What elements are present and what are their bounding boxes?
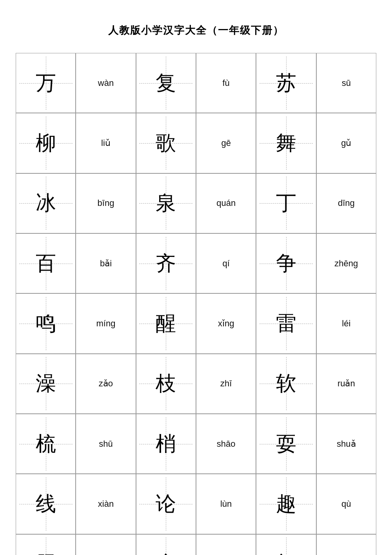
- pinyin-cell-r2-c1: quán: [196, 173, 256, 233]
- pinyin-cell-r4-c0: míng: [76, 293, 136, 353]
- pinyin-cell-r3-c1: qí: [196, 233, 256, 293]
- char-cell-r7-c2: 趣: [256, 474, 316, 534]
- character-grid: 万wàn复fù苏sū柳liǔ歌gē舞gǔ冰bīng泉quán丁dīng百bǎi齐…: [16, 53, 376, 555]
- char-cell-r1-c0: 柳: [16, 113, 76, 173]
- char-text-r1-c0: 柳: [36, 133, 56, 153]
- pinyin-text-r7-c1: lùn: [220, 499, 232, 509]
- char-cell-r8-c1: 底: [136, 534, 196, 555]
- char-cell-r7-c1: 论: [136, 474, 196, 534]
- pinyin-cell-r3-c0: bǎi: [76, 233, 136, 293]
- pinyin-cell-r0-c2: sū: [316, 53, 376, 113]
- pinyin-text-r5-c2: ruǎn: [338, 378, 355, 389]
- pinyin-cell-r0-c1: fù: [196, 53, 256, 113]
- pinyin-cell-r7-c2: qù: [316, 474, 376, 534]
- pinyin-text-r2-c0: bīng: [98, 198, 114, 208]
- pinyin-text-r3-c1: qí: [222, 258, 229, 269]
- char-text-r3-c0: 百: [36, 253, 56, 274]
- pinyin-text-r6-c0: shū: [99, 439, 113, 449]
- char-text-r5-c0: 澡: [36, 373, 56, 394]
- pinyin-cell-r4-c2: léi: [316, 293, 376, 353]
- pinyin-text-r7-c2: qù: [341, 499, 351, 509]
- pinyin-cell-r5-c0: zǎo: [76, 354, 136, 414]
- pinyin-text-r0-c2: sū: [342, 78, 351, 88]
- pinyin-text-r2-c1: quán: [216, 198, 236, 208]
- char-cell-r0-c2: 苏: [256, 53, 316, 113]
- pinyin-text-r0-c0: wàn: [98, 78, 114, 88]
- char-cell-r8-c2: 颜: [256, 534, 316, 555]
- char-cell-r3-c1: 齐: [136, 233, 196, 293]
- pinyin-text-r5-c1: zhī: [220, 378, 232, 389]
- char-text-r7-c0: 线: [36, 494, 56, 514]
- pinyin-cell-r6-c0: shū: [76, 414, 136, 474]
- pinyin-text-r6-c1: shāo: [217, 439, 236, 449]
- pinyin-cell-r2-c0: bīng: [76, 173, 136, 233]
- char-text-r4-c2: 雷: [276, 313, 296, 334]
- char-cell-r3-c2: 争: [256, 233, 316, 293]
- pinyin-cell-r7-c1: lùn: [196, 474, 256, 534]
- pinyin-cell-r2-c2: dīng: [316, 173, 376, 233]
- char-text-r0-c1: 复: [156, 73, 176, 93]
- char-text-r1-c1: 歌: [156, 133, 176, 153]
- char-cell-r5-c2: 软: [256, 354, 316, 414]
- char-cell-r6-c1: 梢: [136, 414, 196, 474]
- pinyin-text-r4-c0: míng: [96, 318, 116, 329]
- char-cell-r0-c0: 万: [16, 53, 76, 113]
- char-cell-r5-c0: 澡: [16, 354, 76, 414]
- char-cell-r2-c0: 冰: [16, 173, 76, 233]
- char-cell-r4-c1: 醒: [136, 293, 196, 353]
- pinyin-text-r2-c2: dīng: [338, 198, 355, 208]
- char-text-r0-c2: 苏: [276, 73, 296, 93]
- pinyin-cell-r1-c1: gē: [196, 113, 256, 173]
- char-cell-r4-c2: 雷: [256, 293, 316, 353]
- pinyin-text-r1-c1: gē: [221, 138, 230, 148]
- char-text-r2-c2: 丁: [276, 193, 296, 213]
- char-text-r6-c1: 梢: [156, 434, 176, 454]
- pinyin-text-r4-c1: xǐng: [218, 318, 234, 329]
- char-cell-r6-c2: 耍: [256, 414, 316, 474]
- char-text-r2-c1: 泉: [156, 193, 176, 213]
- char-text-r3-c2: 争: [276, 253, 296, 274]
- char-cell-r6-c0: 梳: [16, 414, 76, 474]
- char-text-r6-c0: 梳: [36, 434, 56, 454]
- pinyin-cell-r0-c0: wàn: [76, 53, 136, 113]
- pinyin-cell-r8-c1: dǐ: [196, 534, 256, 555]
- char-cell-r0-c1: 复: [136, 53, 196, 113]
- char-text-r3-c1: 齐: [156, 253, 176, 274]
- char-cell-r2-c2: 丁: [256, 173, 316, 233]
- pinyin-cell-r8-c0: tí: [76, 534, 136, 555]
- pinyin-cell-r4-c1: xǐng: [196, 293, 256, 353]
- char-cell-r1-c2: 舞: [256, 113, 316, 173]
- pinyin-text-r3-c0: bǎi: [100, 258, 112, 269]
- char-cell-r5-c1: 枝: [136, 354, 196, 414]
- char-text-r7-c1: 论: [156, 494, 176, 514]
- char-text-r5-c1: 枝: [156, 373, 176, 394]
- char-text-r0-c0: 万: [36, 73, 56, 93]
- pinyin-text-r7-c0: xiàn: [98, 499, 114, 509]
- char-cell-r4-c0: 鸣: [16, 293, 76, 353]
- char-cell-r2-c1: 泉: [136, 173, 196, 233]
- char-cell-r8-c0: 题: [16, 534, 76, 555]
- pinyin-cell-r7-c0: xiàn: [76, 474, 136, 534]
- char-text-r2-c0: 冰: [36, 193, 56, 213]
- page-title: 人教版小学汉字大全（一年级下册）: [108, 24, 284, 37]
- pinyin-cell-r5-c2: ruǎn: [316, 354, 376, 414]
- char-cell-r7-c0: 线: [16, 474, 76, 534]
- pinyin-text-r6-c2: shuǎ: [337, 439, 356, 449]
- char-text-r7-c2: 趣: [276, 494, 296, 514]
- pinyin-cell-r3-c2: zhēng: [316, 233, 376, 293]
- char-cell-r3-c0: 百: [16, 233, 76, 293]
- char-text-r1-c2: 舞: [276, 133, 296, 153]
- pinyin-cell-r6-c2: shuǎ: [316, 414, 376, 474]
- pinyin-text-r4-c2: léi: [342, 318, 350, 329]
- pinyin-text-r5-c0: zǎo: [99, 378, 113, 389]
- char-text-r5-c2: 软: [276, 373, 296, 394]
- pinyin-cell-r6-c1: shāo: [196, 414, 256, 474]
- pinyin-text-r1-c0: liǔ: [101, 138, 111, 148]
- char-text-r6-c2: 耍: [276, 434, 296, 454]
- pinyin-text-r3-c2: zhēng: [334, 258, 358, 269]
- char-text-r4-c0: 鸣: [36, 313, 56, 334]
- pinyin-text-r1-c2: gǔ: [341, 138, 351, 148]
- pinyin-cell-r8-c2: yán: [316, 534, 376, 555]
- pinyin-cell-r1-c2: gǔ: [316, 113, 376, 173]
- pinyin-cell-r5-c1: zhī: [196, 354, 256, 414]
